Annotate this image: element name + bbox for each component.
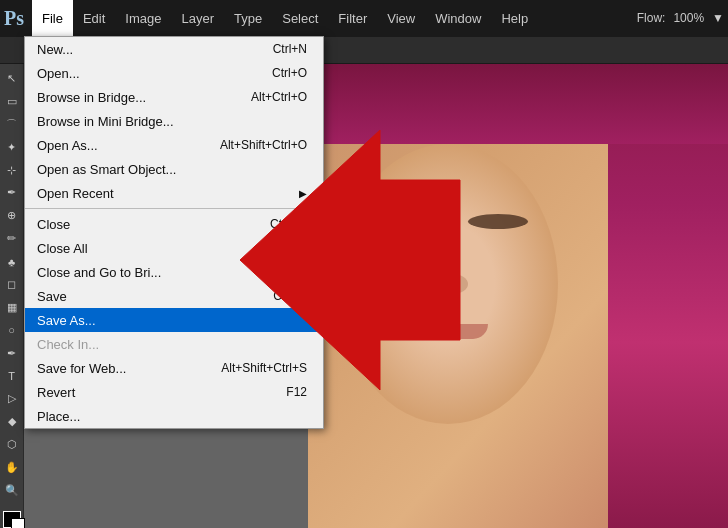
tool-lasso[interactable]: ⌒ <box>1 114 23 135</box>
menu-item-open-shortcut: Ctrl+O <box>272 66 307 80</box>
menu-item-open[interactable]: Open... Ctrl+O <box>25 61 323 85</box>
menu-item-place-label: Place... <box>37 409 80 424</box>
tools-panel: ↖ ▭ ⌒ ✦ ⊹ ✒ ⊕ ✏ ♣ ◻ ▦ ○ ✒ T ▷ ◆ ⬡ ✋ 🔍 <box>0 64 24 528</box>
menu-item-new-label: New... <box>37 42 73 57</box>
menu-file[interactable]: File <box>32 0 73 36</box>
tool-3d[interactable]: ⬡ <box>1 434 23 455</box>
tool-path-select[interactable]: ▷ <box>1 388 23 409</box>
menu-view[interactable]: View <box>377 0 425 36</box>
tool-shape[interactable]: ◆ <box>1 411 23 432</box>
menu-item-open-recent[interactable]: Open Recent ▶ <box>25 181 323 205</box>
tool-text[interactable]: T <box>1 366 23 387</box>
menu-item-place[interactable]: Place... <box>25 404 323 428</box>
menu-item-close-shortcut: Ctrl+W <box>270 217 307 231</box>
menu-select[interactable]: Select <box>272 0 328 36</box>
file-dropdown-menu: New... Ctrl+N Open... Ctrl+O Browse in B… <box>24 36 324 429</box>
menu-filter[interactable]: Filter <box>328 0 377 36</box>
menu-item-new[interactable]: New... Ctrl+N <box>25 37 323 61</box>
menu-item-open-as-label: Open As... <box>37 138 98 153</box>
menu-item-save-web[interactable]: Save for Web... Alt+Shift+Ctrl+S <box>25 356 323 380</box>
menu-item-save-as-label: Save As... <box>37 313 96 328</box>
foreground-color[interactable] <box>3 511 21 528</box>
menu-item-save-shortcut: Ctrl+S <box>273 289 307 303</box>
menu-item-revert-shortcut: F12 <box>286 385 307 399</box>
menu-item-browse-mini-bridge[interactable]: Browse in Mini Bridge... <box>25 109 323 133</box>
menu-edit[interactable]: Edit <box>73 0 115 36</box>
tool-eyedropper[interactable]: ✒ <box>1 182 23 203</box>
tool-dodge[interactable]: ○ <box>1 320 23 341</box>
menu-item-check-in: Check In... <box>25 332 323 356</box>
menu-window[interactable]: Window <box>425 0 491 36</box>
tool-healing[interactable]: ⊕ <box>1 205 23 226</box>
menu-item-close-all-label: Close All <box>37 241 88 256</box>
background-color[interactable] <box>11 518 25 528</box>
tool-gradient[interactable]: ▦ <box>1 297 23 318</box>
menu-item-browse-bridge[interactable]: Browse in Bridge... Alt+Ctrl+O <box>25 85 323 109</box>
menu-help[interactable]: Help <box>491 0 538 36</box>
ps-logo: Ps <box>4 7 24 30</box>
menu-item-open-recent-label: Open Recent <box>37 186 114 201</box>
menu-item-close-label: Close <box>37 217 70 232</box>
menu-item-save-web-label: Save for Web... <box>37 361 126 376</box>
tool-crop[interactable]: ⊹ <box>1 160 23 181</box>
menu-type[interactable]: Type <box>224 0 272 36</box>
menu-item-open-as-shortcut: Alt+Shift+Ctrl+O <box>220 138 307 152</box>
menu-item-close-bridge[interactable]: Close and Go to Bri... <box>25 260 323 284</box>
menu-item-save-label: Save <box>37 289 67 304</box>
tool-magic-wand[interactable]: ✦ <box>1 137 23 158</box>
tool-move[interactable]: ↖ <box>1 68 23 89</box>
menu-item-open-smart-object[interactable]: Open as Smart Object... <box>25 157 323 181</box>
eye-left <box>368 214 428 229</box>
flow-value: 100% <box>673 11 704 25</box>
nose <box>438 274 468 294</box>
tool-clone[interactable]: ♣ <box>1 251 23 272</box>
menu-item-open-as[interactable]: Open As... Alt+Shift+Ctrl+O <box>25 133 323 157</box>
photo-background <box>308 64 728 528</box>
menu-item-open-label: Open... <box>37 66 80 81</box>
menu-item-browse-bridge-label: Browse in Bridge... <box>37 90 146 105</box>
open-recent-arrow-icon: ▶ <box>299 188 307 199</box>
menu-item-new-shortcut: Ctrl+N <box>273 42 307 56</box>
tool-eraser[interactable]: ◻ <box>1 274 23 295</box>
menu-item-revert[interactable]: Revert F12 <box>25 380 323 404</box>
tool-zoom[interactable]: 🔍 <box>1 480 23 501</box>
menu-item-revert-label: Revert <box>37 385 75 400</box>
toolbar-right: Flow: 100% ▼ <box>637 11 724 25</box>
menu-bar: Ps File Edit Image Layer Type Select Fil… <box>0 0 728 36</box>
tool-select-rect[interactable]: ▭ <box>1 91 23 112</box>
flow-dropdown-icon[interactable]: ▼ <box>712 11 724 25</box>
menu-item-browse-mini-bridge-label: Browse in Mini Bridge... <box>37 114 174 129</box>
separator-1 <box>25 208 323 209</box>
menu-image[interactable]: Image <box>115 0 171 36</box>
tool-hand[interactable]: ✋ <box>1 457 23 478</box>
menu-item-browse-bridge-shortcut: Alt+Ctrl+O <box>251 90 307 104</box>
menu-item-close-all[interactable]: Close All <box>25 236 323 260</box>
menu-item-save-as[interactable]: Save As... <box>25 308 323 332</box>
menu-item-open-smart-object-label: Open as Smart Object... <box>37 162 176 177</box>
menu-item-close-bridge-label: Close and Go to Bri... <box>37 265 161 280</box>
menu-item-close[interactable]: Close Ctrl+W <box>25 212 323 236</box>
flow-label: Flow: <box>637 11 666 25</box>
mouth <box>408 324 488 339</box>
menu-item-check-in-label: Check In... <box>37 337 99 352</box>
eye-right <box>468 214 528 229</box>
tool-pen[interactable]: ✒ <box>1 343 23 364</box>
menu-item-save-web-shortcut: Alt+Shift+Ctrl+S <box>221 361 307 375</box>
menu-item-save[interactable]: Save Ctrl+S <box>25 284 323 308</box>
tool-brush[interactable]: ✏ <box>1 228 23 249</box>
menu-layer[interactable]: Layer <box>172 0 225 36</box>
hair-top <box>308 64 728 144</box>
